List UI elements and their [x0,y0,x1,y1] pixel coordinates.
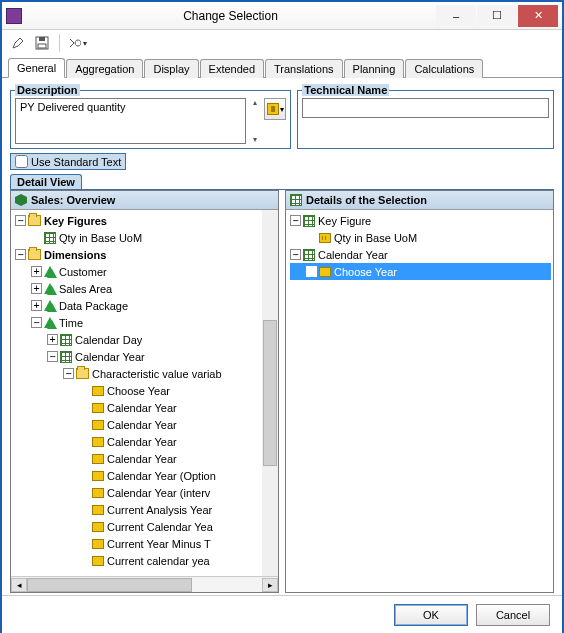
dim-datapackage[interactable]: Data Package [59,300,128,312]
var-item[interactable]: Current Analysis Year [107,504,212,516]
var-choose-year[interactable]: Choose Year [107,385,170,397]
char-calday[interactable]: Calendar Day [75,334,142,346]
dimension-icon [44,266,56,277]
toolbar-separator [59,34,60,52]
description-input[interactable]: PY Delivered quantity [15,98,246,144]
dimensions-folder[interactable]: Dimensions [44,249,106,261]
kf-qty[interactable]: Qty in Base UoM [59,232,142,244]
left-vscroll[interactable] [262,210,278,576]
char-icon [303,249,315,261]
maximize-button[interactable]: ☐ [477,5,517,27]
var-item[interactable]: Calendar Year [107,453,177,465]
right-panel-title: Details of the Selection [306,194,427,206]
char-var-folder[interactable]: Characteristic value variab [92,368,222,380]
tab-calculations[interactable]: Calculations [405,59,483,78]
tab-planning[interactable]: Planning [344,59,405,78]
cube-icon [15,194,27,206]
variable-icon [92,437,104,447]
toolbar [2,30,562,56]
tools-dropdown[interactable] [67,33,87,53]
sel-choose-year[interactable]: Choose Year [334,266,397,278]
variable-icon [92,454,104,464]
selection-panel: Details of the Selection −Key Figure Qty… [285,190,554,593]
dim-customer[interactable]: Customer [59,266,107,278]
dimension-icon [44,283,56,294]
techname-legend: Technical Name [302,84,389,96]
var-item[interactable]: Current calendar yea [107,555,210,567]
minimize-button[interactable]: – [436,5,476,27]
folder-icon [28,215,41,226]
variable-icon [92,539,104,549]
var-item[interactable]: Calendar Year [107,436,177,448]
keyfigure-icon [303,215,315,227]
sel-kf-qty[interactable]: Qty in Base UoM [334,232,417,244]
detail-view-tab: Detail View [10,174,82,189]
keyfigure-icon [44,232,56,244]
tab-translations[interactable]: Translations [265,59,343,78]
variable-icon [92,386,104,396]
dimension-icon [44,317,56,328]
kf-item-icon [319,233,331,243]
char-icon [60,351,72,363]
variable-icon [319,267,331,277]
app-icon [6,8,22,24]
tab-display[interactable]: Display [144,59,198,78]
edit-icon[interactable] [8,33,28,53]
use-standard-label: Use Standard Text [31,156,121,168]
save-icon[interactable] [32,33,52,53]
use-standard-row: Use Standard Text [10,153,554,170]
variable-icon [92,488,104,498]
tab-extended[interactable]: Extended [200,59,264,78]
var-item[interactable]: Current Year Minus T [107,538,211,550]
var-item[interactable]: Calendar Year (interv [107,487,210,499]
svg-rect-2 [38,44,46,48]
techname-input[interactable] [302,98,549,118]
svg-rect-1 [39,37,45,41]
folder-icon [28,249,41,260]
ok-button[interactable]: OK [394,604,468,626]
var-item[interactable]: Calendar Year [107,402,177,414]
variable-icon [92,522,104,532]
infoprovider-panel: Sales: Overview −Key Figures Qty in Base… [10,190,279,593]
variable-icon [92,556,104,566]
selection-icon [290,194,302,206]
desc-scroll[interactable]: ▴▾ [248,98,262,144]
techname-group: Technical Name [297,84,554,149]
infoprovider-tree[interactable]: −Key Figures Qty in Base UoM −Dimensions… [11,210,278,576]
tab-aggregation[interactable]: Aggregation [66,59,143,78]
sel-keyfigure[interactable]: Key Figure [318,215,371,227]
variable-icon [92,420,104,430]
left-hscroll[interactable]: ◂▸ [11,576,278,592]
char-calyear[interactable]: Calendar Year [75,351,145,363]
var-item[interactable]: Current Calendar Yea [107,521,213,533]
key-figures-folder[interactable]: Key Figures [44,215,107,227]
sel-calyear[interactable]: Calendar Year [318,249,388,261]
variable-icon [92,505,104,515]
cancel-button[interactable]: Cancel [476,604,550,626]
close-button[interactable]: ✕ [518,5,558,27]
dimension-icon [44,300,56,311]
char-icon [60,334,72,346]
use-standard-checkbox[interactable] [15,155,28,168]
dialog-footer: OK Cancel [2,595,562,633]
dim-time[interactable]: Time [59,317,83,329]
window-title: Change Selection [26,9,435,23]
left-panel-title: Sales: Overview [31,194,115,206]
description-legend: Description [15,84,80,96]
folder-icon [76,368,89,379]
var-item[interactable]: Calendar Year (Option [107,470,216,482]
title-bar: Change Selection – ☐ ✕ [2,2,562,30]
var-item[interactable]: Calendar Year [107,419,177,431]
description-group: Description PY Delivered quantity ▴▾ [10,84,291,149]
variable-icon [92,471,104,481]
description-picker[interactable] [264,98,286,120]
tab-strip: General Aggregation Display Extended Tra… [2,56,562,78]
selection-tree[interactable]: −Key Figure Qty in Base UoM −Calendar Ye… [286,210,553,592]
tab-general[interactable]: General [8,58,65,78]
variable-icon [92,403,104,413]
dim-salesarea[interactable]: Sales Area [59,283,112,295]
